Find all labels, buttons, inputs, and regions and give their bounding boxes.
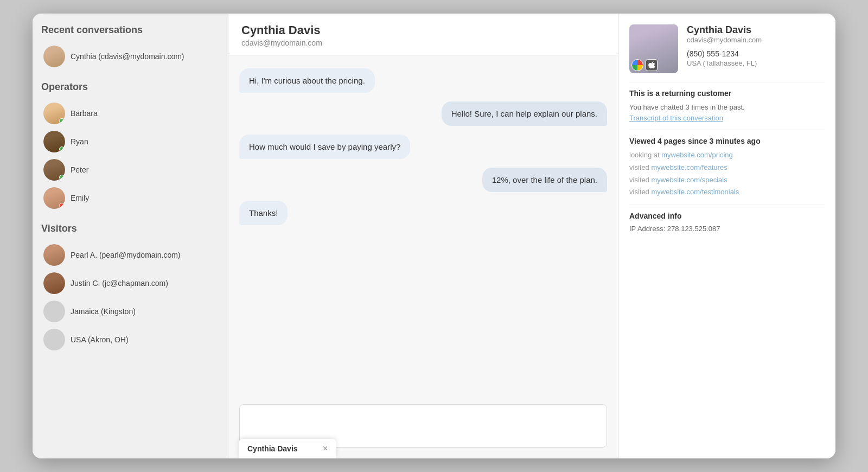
mini-chat-tab[interactable]: Cynthia Davis × (239, 439, 336, 458)
page-row-4: visited mywebsite.com/testimonials (629, 187, 825, 198)
apple-icon (646, 59, 658, 71)
divider-1 (629, 82, 825, 82)
page-label-4: visited (629, 188, 649, 196)
message-5: Thanks! (239, 201, 288, 225)
transcript-link[interactable]: Transcript of this conversation (629, 114, 723, 122)
pages-section: looking at mywebsite.com/pricing visited… (629, 150, 825, 198)
avatar-usa (43, 329, 65, 350)
operators-section: Operators Barbara Ryan (41, 81, 219, 212)
page-label-2: visited (629, 163, 649, 171)
operator-item-barbara[interactable]: Barbara (41, 99, 219, 127)
chrome-icon (631, 59, 643, 71)
avatar-pearl (43, 244, 65, 266)
operator-name-ryan: Ryan (71, 137, 88, 146)
conversation-item-cynthia[interactable]: Cynthia (cdavis@mydomain.com) (41, 42, 219, 71)
visitor-item-justin[interactable]: Justin C. (jc@chapman.com) (41, 269, 219, 297)
viewed-pages-heading: Viewed 4 pages since 3 minutes ago (629, 137, 825, 145)
status-dot-ryan (59, 146, 65, 152)
visitor-name-jamaica: Jamaica (Kingston) (71, 307, 136, 316)
visitors-title: Visitors (41, 223, 219, 234)
operators-title: Operators (41, 81, 219, 93)
status-dot-peter (59, 175, 65, 180)
visitor-name-justin: Justin C. (jc@chapman.com) (71, 279, 168, 288)
status-dot-barbara (59, 118, 65, 124)
sidebar: Recent conversations Cynthia (cdavis@myd… (33, 14, 228, 458)
page-link-4[interactable]: mywebsite.com/testimonials (651, 188, 739, 196)
avatar-cynthia (43, 46, 65, 67)
chat-messages: Hi, I'm curious about the pricing. Hello… (228, 55, 618, 398)
message-1: Hi, I'm curious about the pricing. (239, 68, 375, 93)
recent-conversations-title: Recent conversations (41, 24, 219, 36)
divider-3 (629, 205, 825, 205)
avatar-barbara (43, 103, 65, 124)
mini-chat-tab-name: Cynthia Davis (247, 444, 298, 453)
page-row-1: looking at mywebsite.com/pricing (629, 150, 825, 161)
operator-item-ryan[interactable]: Ryan (41, 127, 219, 156)
customer-header: Cynthia Davis cdavis@mydomain.com (850) … (629, 24, 825, 73)
visitors-section: Visitors Pearl A. (pearl@mydomain.com) J… (41, 223, 219, 354)
message-2: Hello! Sure, I can help explain our plan… (442, 101, 607, 126)
chat-header-name: Cynthia Davis (241, 23, 605, 37)
visitor-name-pearl: Pearl A. (pearl@mydomain.com) (71, 251, 181, 259)
page-label-1: looking at (629, 151, 660, 159)
advanced-info-heading: Advanced info (629, 212, 825, 220)
avatar-jamaica (43, 301, 65, 322)
operator-item-emily[interactable]: Emily (41, 184, 219, 212)
close-icon[interactable]: × (323, 444, 328, 453)
customer-email-right: cdavis@mydomain.com (687, 36, 825, 44)
operator-name-emily: Emily (71, 194, 89, 202)
returning-customer-text-content: You have chatted 3 times in the past. (629, 103, 745, 111)
visitor-name-usa: USA (Akron, OH) (71, 335, 129, 344)
visitor-item-usa[interactable]: USA (Akron, OH) (41, 326, 219, 354)
operator-name-peter: Peter (71, 165, 88, 174)
right-panel: Cynthia Davis cdavis@mydomain.com (850) … (618, 14, 835, 458)
visitor-item-jamaica[interactable]: Jamaica (Kingston) (41, 297, 219, 326)
returning-customer-text: You have chatted 3 times in the past. Tr… (629, 102, 825, 123)
page-link-1[interactable]: mywebsite.com/pricing (661, 151, 733, 159)
message-3: How much would I save by paying yearly? (239, 135, 410, 159)
ip-address: IP Address: 278.123.525.087 (629, 225, 825, 233)
conversation-name-cynthia: Cynthia (cdavis@mydomain.com) (71, 52, 184, 61)
page-label-3: visited (629, 176, 649, 184)
status-dot-emily (59, 203, 65, 208)
page-row-3: visited mywebsite.com/specials (629, 175, 825, 186)
page-link-2[interactable]: mywebsite.com/features (651, 163, 727, 171)
returning-customer-heading: This is a returning customer (629, 89, 825, 98)
customer-location: USA (Tallahassee, FL) (687, 59, 825, 67)
operator-item-peter[interactable]: Peter (41, 156, 219, 184)
avatar-peter (43, 159, 65, 181)
page-row-2: visited mywebsite.com/features (629, 162, 825, 174)
customer-name-right: Cynthia Davis (687, 24, 825, 36)
page-link-3[interactable]: mywebsite.com/specials (651, 176, 727, 184)
operator-name-barbara: Barbara (71, 109, 98, 118)
message-4: 12%, over the life of the plan. (482, 168, 607, 192)
avatar-emily (43, 187, 65, 209)
main-chat: Cynthia Davis cdavis@mydomain.com Hi, I'… (228, 14, 618, 458)
app-container: Recent conversations Cynthia (cdavis@myd… (33, 14, 835, 458)
browser-icons (631, 59, 658, 71)
avatar-justin (43, 272, 65, 294)
visitor-item-pearl[interactable]: Pearl A. (pearl@mydomain.com) (41, 241, 219, 269)
avatar-ryan (43, 131, 65, 152)
divider-2 (629, 130, 825, 130)
chat-header-email: cdavis@mydomain.com (241, 39, 605, 47)
advanced-section: IP Address: 278.123.525.087 (629, 225, 825, 233)
customer-info: Cynthia Davis cdavis@mydomain.com (850) … (687, 24, 825, 67)
customer-phone: (850) 555-1234 (687, 49, 825, 58)
chat-header: Cynthia Davis cdavis@mydomain.com (228, 14, 618, 55)
customer-photo (629, 24, 678, 73)
recent-conversations-list: Cynthia (cdavis@mydomain.com) (41, 42, 219, 71)
